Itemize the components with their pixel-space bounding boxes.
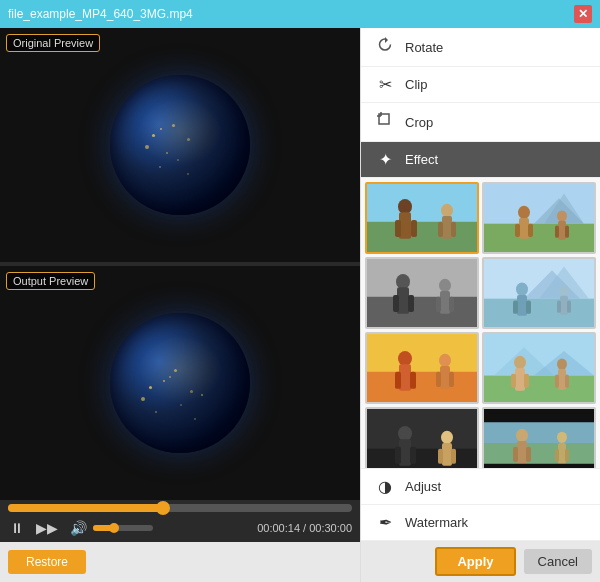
volume-thumb[interactable] [109,523,119,533]
svg-rect-25 [565,226,569,238]
adjust-icon: ◑ [375,477,395,496]
svg-rect-5 [367,222,477,252]
rotate-label: Rotate [405,40,443,55]
adjust-label: Adjust [405,479,441,494]
watermark-label: Watermark [405,515,468,530]
effect-item-5[interactable] [365,332,479,404]
effect-item-2[interactable] [482,182,596,254]
svg-rect-43 [526,301,531,314]
svg-rect-75 [410,447,416,464]
svg-rect-69 [565,375,569,388]
left-bottom-buttons: Restore [0,542,360,582]
svg-rect-9 [411,220,417,237]
svg-rect-83 [484,443,594,464]
watermark-icon: ✒ [375,513,395,532]
svg-rect-59 [484,376,594,402]
svg-rect-46 [557,301,561,313]
original-preview-area: Original Preview [0,28,360,262]
svg-rect-86 [513,447,518,462]
svg-point-50 [398,351,412,366]
menu-item-clip[interactable]: ✂ Clip [361,67,600,103]
svg-rect-13 [451,222,456,237]
svg-point-62 [514,356,526,369]
progress-bar[interactable] [8,504,352,512]
svg-rect-91 [565,449,569,462]
svg-rect-11 [442,216,452,239]
menu-item-crop[interactable]: Crop [361,103,600,142]
effect-item-3[interactable] [365,257,479,329]
effect-item-8[interactable] [482,407,596,468]
original-earth-preview [110,75,250,215]
svg-rect-77 [442,443,452,466]
svg-point-28 [396,274,410,289]
svg-rect-67 [558,369,566,390]
svg-rect-68 [555,375,559,388]
svg-rect-24 [555,226,559,238]
svg-marker-0 [385,37,388,43]
menu-item-effect[interactable]: ✦ Effect [361,142,600,178]
svg-rect-23 [558,221,566,240]
clip-label: Clip [405,77,427,92]
svg-rect-71 [367,449,477,468]
volume-slider[interactable] [93,525,153,531]
svg-rect-8 [395,220,401,237]
effect-item-7[interactable] [365,407,479,468]
menu-items: Rotate ✂ Clip Crop ✦ Effect [361,28,600,178]
svg-rect-33 [440,291,450,314]
rotate-icon [375,36,395,58]
svg-point-72 [398,426,412,441]
svg-rect-17 [519,218,529,239]
effect-item-6[interactable] [482,332,596,404]
next-frame-button[interactable]: ▶▶ [34,518,60,538]
crop-icon [375,111,395,133]
svg-rect-12 [438,222,443,237]
playback-controls: ⏸ ▶▶ 🔊 [8,518,153,538]
effect-item-1[interactable] [365,182,479,254]
progress-thumb[interactable] [156,501,170,515]
svg-point-32 [439,279,451,292]
apply-button[interactable]: Apply [435,547,515,576]
svg-point-76 [441,431,453,444]
menu-item-adjust[interactable]: ◑ Adjust [361,469,600,505]
svg-rect-65 [524,374,529,388]
svg-rect-19 [528,224,533,237]
svg-rect-18 [515,224,520,237]
secondary-menu: ◑ Adjust ✒ Watermark [361,468,600,541]
svg-rect-87 [526,447,531,462]
menu-item-rotate[interactable]: Rotate [361,28,600,67]
svg-rect-85 [517,441,527,464]
original-preview-label: Original Preview [6,34,100,52]
effect-item-4[interactable] [482,257,596,329]
close-button[interactable]: ✕ [574,5,592,23]
controls-bar: ⏸ ▶▶ 🔊 00:00:14 / 00:30:00 [0,500,360,542]
svg-rect-55 [440,366,450,389]
effect-icon: ✦ [375,150,395,169]
svg-rect-82 [484,422,594,443]
svg-rect-34 [436,297,441,312]
title-bar: file_example_MP4_640_3MG.mp4 ✕ [0,0,600,28]
svg-rect-41 [517,295,527,316]
svg-rect-49 [367,372,477,402]
right-panel: Rotate ✂ Clip Crop ✦ Effect [360,28,600,582]
restore-button[interactable]: Restore [8,550,86,574]
svg-rect-79 [451,449,456,464]
volume-icon: 🔊 [68,518,89,538]
cancel-button[interactable]: Cancel [524,549,592,574]
output-earth-preview [110,313,250,453]
controls-row: ⏸ ▶▶ 🔊 00:00:14 / 00:30:00 [8,518,352,538]
svg-rect-90 [555,449,559,462]
effect-label: Effect [405,152,438,167]
clip-icon: ✂ [375,75,395,94]
svg-point-84 [516,429,528,442]
progress-fill [8,504,163,512]
pause-button[interactable]: ⏸ [8,518,26,538]
svg-point-54 [439,354,451,367]
svg-rect-64 [511,374,516,388]
svg-rect-78 [438,449,443,464]
menu-item-watermark[interactable]: ✒ Watermark [361,505,600,541]
output-preview-area: Output Preview [0,266,360,500]
svg-rect-52 [395,372,401,389]
svg-rect-89 [558,443,566,464]
svg-rect-56 [436,372,441,387]
svg-rect-74 [395,447,401,464]
